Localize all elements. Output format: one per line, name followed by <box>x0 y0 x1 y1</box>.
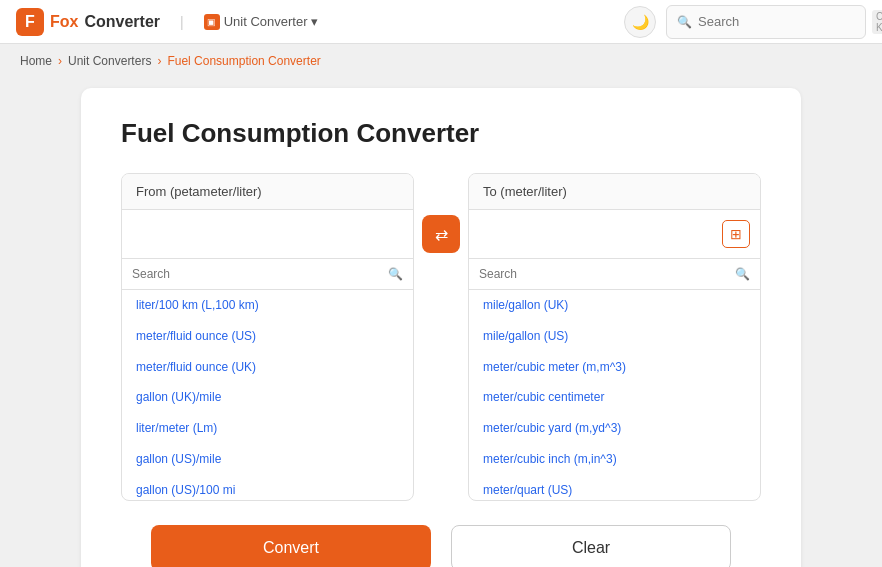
moon-icon: 🌙 <box>632 14 649 30</box>
list-item[interactable]: meter/cubic yard (m,yd^3) <box>469 413 760 444</box>
from-panel-input-wrap <box>122 210 413 259</box>
breadcrumb-sep-2: › <box>157 54 161 68</box>
list-item[interactable]: meter/cubic inch (m,in^3) <box>469 444 760 475</box>
list-item[interactable]: gallon (US)/100 mi <box>122 475 413 500</box>
header-right: 🌙 🔍 Ctrl K <box>624 5 866 39</box>
list-item[interactable]: liter/100 km (L,100 km) <box>122 290 413 321</box>
list-item[interactable]: meter/fluid ounce (UK) <box>122 352 413 383</box>
nav-separator: | <box>180 14 184 30</box>
copy-button[interactable]: ⊞ <box>722 220 750 248</box>
header: F FoxConverter | ▣ Unit Converter ▾ 🌙 🔍 … <box>0 0 882 44</box>
logo-fox-text: Fox <box>50 13 78 31</box>
logo-converter-text: Converter <box>84 13 160 31</box>
converter-card: Fuel Consumption Converter From (petamet… <box>81 88 801 567</box>
from-panel: From (petameter/liter) 🔍 liter/100 km (L… <box>121 173 414 501</box>
page-title: Fuel Consumption Converter <box>121 118 761 149</box>
to-panel-input-wrap: ⊞ <box>469 210 760 259</box>
dark-mode-button[interactable]: 🌙 <box>624 6 656 38</box>
breadcrumb-current: Fuel Consumption Converter <box>167 54 320 68</box>
from-panel-header: From (petameter/liter) <box>122 174 413 210</box>
to-search-icon: 🔍 <box>735 267 750 281</box>
logo[interactable]: F FoxConverter <box>16 8 160 36</box>
list-item[interactable]: meter/cubic meter (m,m^3) <box>469 352 760 383</box>
buttons-row: Convert Clear <box>121 525 761 567</box>
list-item[interactable]: meter/cubic centimeter <box>469 382 760 413</box>
to-panel-header: To (meter/liter) <box>469 174 760 210</box>
breadcrumb-sep-1: › <box>58 54 62 68</box>
converter-row: From (petameter/liter) 🔍 liter/100 km (L… <box>121 173 761 501</box>
unit-converter-label: Unit Converter <box>224 14 308 29</box>
to-search-input[interactable] <box>479 267 729 281</box>
from-input[interactable] <box>136 220 399 248</box>
main-content: Fuel Consumption Converter From (petamet… <box>0 78 882 567</box>
header-search-input[interactable] <box>698 14 866 29</box>
list-item[interactable]: meter/quart (US) <box>469 475 760 500</box>
to-panel-search[interactable]: 🔍 <box>469 259 760 290</box>
copy-icon: ⊞ <box>730 226 742 242</box>
breadcrumb-home[interactable]: Home <box>20 54 52 68</box>
clear-button[interactable]: Clear <box>451 525 731 567</box>
from-search-input[interactable] <box>132 267 382 281</box>
to-input[interactable] <box>483 220 746 248</box>
from-panel-search[interactable]: 🔍 <box>122 259 413 290</box>
header-search-icon: 🔍 <box>677 15 692 29</box>
list-item[interactable]: gallon (UK)/mile <box>122 382 413 413</box>
from-search-icon: 🔍 <box>388 267 403 281</box>
list-item[interactable]: mile/gallon (US) <box>469 321 760 352</box>
convert-button[interactable]: Convert <box>151 525 431 567</box>
from-panel-list: liter/100 km (L,100 km) meter/fluid ounc… <box>122 290 413 500</box>
list-item[interactable]: meter/fluid ounce (US) <box>122 321 413 352</box>
unit-converter-icon: ▣ <box>204 14 220 30</box>
list-item[interactable]: mile/gallon (UK) <box>469 290 760 321</box>
logo-icon: F <box>16 8 44 36</box>
swap-icon: ⇄ <box>435 225 448 244</box>
to-panel-list: mile/gallon (UK) mile/gallon (US) meter/… <box>469 290 760 500</box>
breadcrumb-unit-converters[interactable]: Unit Converters <box>68 54 151 68</box>
list-item[interactable]: liter/meter (Lm) <box>122 413 413 444</box>
swap-button-wrap: ⇄ <box>414 173 468 253</box>
list-item[interactable]: gallon (US)/mile <box>122 444 413 475</box>
unit-converter-nav[interactable]: ▣ Unit Converter ▾ <box>204 14 319 30</box>
breadcrumb: Home › Unit Converters › Fuel Consumptio… <box>0 44 882 78</box>
swap-button[interactable]: ⇄ <box>422 215 460 253</box>
header-search-box[interactable]: 🔍 Ctrl K <box>666 5 866 39</box>
nav-chevron: ▾ <box>311 14 318 29</box>
to-panel: To (meter/liter) ⊞ 🔍 mile/gallon (UK) mi… <box>468 173 761 501</box>
search-shortcut: Ctrl K <box>872 10 882 34</box>
